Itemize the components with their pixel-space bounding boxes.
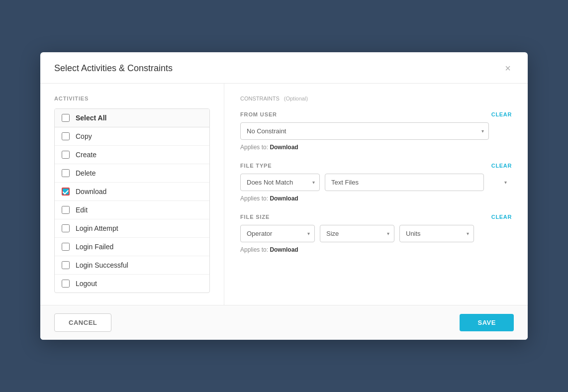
checkbox-edit[interactable]: [62, 206, 70, 214]
checkbox-create[interactable]: [62, 151, 70, 159]
file-type-section: FILE TYPE CLEAR Does Not Match Matches ▾…: [240, 163, 512, 202]
modal-title: Select Activities & Constraints: [54, 63, 173, 74]
from-user-dropdown[interactable]: No Constraint Is Is Not ▾: [240, 122, 489, 140]
save-button[interactable]: SAVE: [460, 314, 514, 331]
file-size-operator-select[interactable]: Operator Greater Than Less Than Equal To: [240, 225, 315, 242]
checkbox-login-successful[interactable]: [62, 261, 70, 269]
activities-label: ACTIVITIES: [54, 96, 210, 101]
file-size-units-dropdown[interactable]: Units KB MB GB ▾: [399, 225, 474, 242]
file-type-clear-button[interactable]: CLEAR: [491, 163, 512, 169]
from-user-applies-to: Applies to: Download: [240, 144, 512, 151]
from-user-label: FROM USER: [240, 111, 277, 117]
file-type-header: FILE TYPE CLEAR: [240, 163, 512, 169]
activity-item-login-successful[interactable]: Login Successful: [55, 256, 209, 275]
file-type-operator-dropdown[interactable]: Does Not Match Matches ▾: [240, 174, 320, 191]
file-size-header: FILE SIZE CLEAR: [240, 214, 512, 220]
checkbox-select-all[interactable]: [62, 114, 70, 122]
modal-body: ACTIVITIES Select All Copy Create: [40, 84, 528, 305]
activity-item-delete[interactable]: Delete: [55, 164, 209, 183]
activity-item-copy[interactable]: Copy: [55, 127, 209, 146]
label-delete: Delete: [76, 169, 95, 177]
file-size-row: Operator Greater Than Less Than Equal To…: [240, 225, 512, 242]
constraints-optional: (Optional): [284, 96, 308, 101]
file-type-row: Does Not Match Matches ▾ Text Files Imag…: [240, 174, 512, 191]
label-login-successful: Login Successful: [76, 261, 128, 269]
file-type-value-select[interactable]: Text Files Image Files Video Files Audio…: [325, 174, 484, 191]
label-select-all: Select All: [76, 114, 107, 122]
file-type-value-chevron-icon: ▾: [504, 180, 507, 185]
checkbox-logout[interactable]: [62, 280, 70, 288]
from-user-select[interactable]: No Constraint Is Is Not: [240, 122, 489, 140]
label-edit: Edit: [76, 206, 88, 214]
checkbox-login-attempt[interactable]: [62, 224, 70, 232]
activities-list: Select All Copy Create Delete: [54, 108, 210, 293]
activity-item-select-all[interactable]: Select All: [55, 109, 209, 127]
modal-header: Select Activities & Constraints ×: [40, 52, 528, 84]
file-type-operator-select[interactable]: Does Not Match Matches: [240, 174, 320, 191]
file-size-applies-to: Applies to: Download: [240, 246, 512, 253]
constraints-header: CONSTRAINTS (Optional): [240, 96, 512, 101]
file-size-clear-button[interactable]: CLEAR: [491, 214, 512, 220]
label-copy: Copy: [76, 132, 92, 140]
file-size-section: FILE SIZE CLEAR Operator Greater Than Le…: [240, 214, 512, 253]
dialog: Select Activities & Constraints × ACTIVI…: [40, 52, 528, 340]
activity-item-create[interactable]: Create: [55, 146, 209, 164]
checkbox-download[interactable]: [62, 188, 70, 196]
file-size-label: FILE SIZE: [240, 214, 270, 220]
label-create: Create: [76, 151, 96, 159]
file-size-size-dropdown[interactable]: Size ▾: [320, 225, 394, 242]
checkbox-delete[interactable]: [62, 169, 70, 177]
from-user-clear-button[interactable]: CLEAR: [491, 111, 512, 117]
activity-item-download[interactable]: Download: [55, 183, 209, 201]
activity-item-edit[interactable]: Edit: [55, 201, 209, 219]
from-user-header: FROM USER CLEAR: [240, 111, 512, 117]
file-type-value-dropdown[interactable]: Text Files Image Files Video Files Audio…: [325, 174, 512, 191]
cancel-button[interactable]: CANCEL: [54, 313, 111, 332]
close-button[interactable]: ×: [502, 62, 514, 74]
constraints-panel: CONSTRAINTS (Optional) FROM USER CLEAR N…: [224, 84, 528, 305]
file-type-applies-to: Applies to: Download: [240, 195, 512, 202]
constraints-label: CONSTRAINTS: [240, 96, 280, 101]
activity-item-login-attempt[interactable]: Login Attempt: [55, 219, 209, 238]
activity-item-login-failed[interactable]: Login Failed: [55, 238, 209, 256]
checkbox-login-failed[interactable]: [62, 243, 70, 251]
activities-panel: ACTIVITIES Select All Copy Create: [40, 84, 224, 305]
file-size-units-select[interactable]: Units KB MB GB: [399, 225, 474, 242]
activity-item-logout[interactable]: Logout: [55, 275, 209, 293]
modal-footer: CANCEL SAVE: [40, 305, 528, 340]
from-user-section: FROM USER CLEAR No Constraint Is Is Not …: [240, 111, 512, 151]
file-size-size-select[interactable]: Size: [320, 225, 394, 242]
file-size-operator-dropdown[interactable]: Operator Greater Than Less Than Equal To…: [240, 225, 315, 242]
label-download: Download: [76, 188, 106, 196]
label-login-attempt: Login Attempt: [76, 224, 118, 232]
checkbox-copy[interactable]: [62, 132, 70, 140]
file-type-label: FILE TYPE: [240, 163, 272, 169]
label-logout: Logout: [76, 280, 97, 288]
label-login-failed: Login Failed: [76, 243, 113, 251]
